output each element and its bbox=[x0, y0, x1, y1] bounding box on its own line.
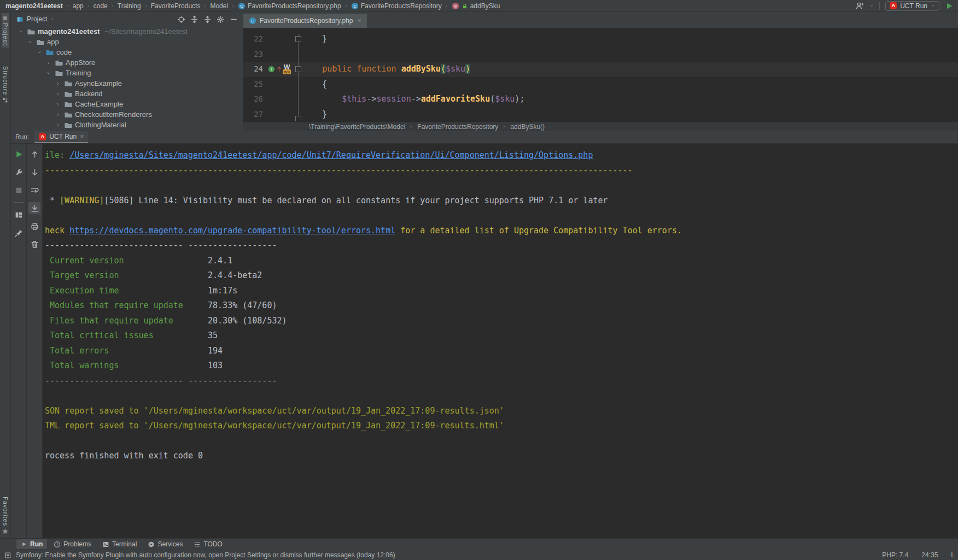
hide-icon[interactable] bbox=[227, 14, 240, 25]
breadcrumb-item[interactable]: magento241eetest bbox=[5, 2, 63, 10]
breadcrumb-item[interactable]: CFavoriteProductsRepository.php bbox=[238, 2, 341, 10]
toolwindow-tab-services[interactable]: Services bbox=[143, 539, 187, 549]
breadcrumb-item[interactable]: CFavoriteProductsRepository bbox=[351, 2, 442, 10]
editor-tab-favoriteproductsrepository[interactable]: C FavoriteProductsRepository.php × bbox=[243, 14, 367, 28]
toolwindow-tab-todo[interactable]: TODO bbox=[189, 539, 226, 549]
editor-breadcrumb-item[interactable]: FavoriteProductsRepository bbox=[417, 123, 498, 131]
editor-breadcrumb-item[interactable]: addBySku() bbox=[510, 123, 545, 131]
toolwindow-tab-problems[interactable]: Problems bbox=[49, 539, 96, 549]
run-configuration-selector[interactable]: A UCT Run bbox=[885, 1, 939, 11]
breadcrumb-item[interactable]: Model bbox=[210, 2, 228, 10]
stop-icon[interactable] bbox=[13, 184, 25, 196]
chevron-right-icon[interactable] bbox=[54, 91, 62, 97]
event-log-icon[interactable] bbox=[4, 552, 11, 559]
console-text: ---------------------------- -----------… bbox=[45, 240, 277, 250]
console-line: rocess finished with exit code 0 bbox=[45, 449, 958, 464]
code-line-27[interactable]: 27 } bbox=[243, 107, 958, 122]
user-account-icon[interactable] bbox=[855, 2, 864, 10]
console-line bbox=[45, 434, 958, 449]
pin-icon[interactable] bbox=[13, 227, 25, 239]
code-line-25[interactable]: 25 { bbox=[243, 77, 958, 92]
chevron-right-icon[interactable] bbox=[54, 122, 62, 128]
toolbar-separator bbox=[14, 202, 24, 203]
console-line: Total critical issues 35 bbox=[45, 328, 958, 344]
rerun-icon[interactable] bbox=[13, 148, 25, 160]
breadcrumb-item[interactable]: app bbox=[73, 2, 84, 10]
tree-item-backend[interactable]: Backend bbox=[11, 89, 243, 99]
run-console-output[interactable]: ile: /Users/mginesta/Sites/magento241eet… bbox=[43, 144, 958, 538]
tree-item-clothingmaterial[interactable]: ClothingMaterial bbox=[11, 120, 243, 130]
navigate-up-icon[interactable] bbox=[276, 66, 283, 73]
console-line: * [WARNING][5086] Line 14: Visibility mu… bbox=[45, 193, 958, 209]
toolwindow-tab-run[interactable]: Run bbox=[16, 539, 47, 549]
line-number: 24 bbox=[243, 62, 268, 77]
tree-item-magento241eetest[interactable]: magento241eetest~/Sites/magento241eetest bbox=[11, 26, 243, 37]
stripe-project-button[interactable]: Project bbox=[2, 13, 9, 48]
tree-item-code[interactable]: code bbox=[11, 47, 243, 57]
stripe-favorites-button[interactable]: Favorites bbox=[1, 494, 9, 537]
close-tab-icon[interactable]: × bbox=[80, 133, 84, 140]
console-line: TML report saved to '/Users/mginesta/wor… bbox=[45, 418, 958, 434]
chevron-down-icon[interactable] bbox=[16, 29, 25, 34]
soft-wrap-icon[interactable] bbox=[28, 184, 40, 196]
folder-icon bbox=[64, 90, 73, 98]
stripe-structure-button[interactable]: Structure bbox=[2, 64, 9, 105]
code-line-24[interactable]: 24 iWapi public function addBySku($sku) bbox=[243, 62, 958, 77]
problems-icon bbox=[54, 541, 61, 548]
tree-item-app[interactable]: app bbox=[11, 37, 243, 47]
tree-item-training[interactable]: Training bbox=[11, 68, 243, 78]
line-separator-indicator[interactable]: L bbox=[951, 551, 955, 559]
code-editor[interactable]: 22 } 23 24 iWapi public function addBySk… bbox=[243, 28, 958, 121]
svg-text:C: C bbox=[353, 4, 357, 9]
settings-icon[interactable] bbox=[214, 14, 226, 25]
console-link[interactable]: https://devdocs.magento.com/upgrade-comp… bbox=[69, 226, 395, 235]
close-tab-icon[interactable]: × bbox=[358, 17, 361, 25]
folder-icon bbox=[55, 69, 63, 78]
clear-all-icon[interactable] bbox=[28, 238, 40, 250]
tree-item-asyncexample[interactable]: AsyncExample bbox=[11, 78, 243, 89]
project-panel-title[interactable]: Project bbox=[27, 15, 47, 23]
collapse-all-icon[interactable] bbox=[201, 14, 213, 25]
breadcrumb-item[interactable]: Training bbox=[118, 2, 141, 10]
chevron-right-icon[interactable] bbox=[54, 112, 62, 117]
run-tab-uct-run[interactable]: A UCT Run × bbox=[34, 131, 88, 143]
caret-position-indicator[interactable]: 24:35 bbox=[921, 551, 938, 559]
expand-all-icon[interactable] bbox=[188, 14, 200, 25]
code-line-22[interactable]: 22 } bbox=[243, 32, 958, 47]
scroll-to-end-icon[interactable] bbox=[28, 202, 40, 214]
status-message[interactable]: Symfony: Enable the Symfony Plugin with … bbox=[16, 551, 395, 559]
run-button[interactable] bbox=[945, 2, 954, 10]
chevron-down-icon[interactable] bbox=[26, 39, 34, 45]
fold-marker-collapse-icon[interactable]: − bbox=[295, 66, 301, 72]
breadcrumb-item[interactable]: FavoriteProducts bbox=[151, 2, 201, 10]
uct-run-config-icon: A bbox=[890, 2, 897, 9]
chevron-down-icon[interactable] bbox=[35, 50, 43, 55]
tree-item-checkoutitemrenderers[interactable]: CheckoutItemRenderers bbox=[11, 109, 243, 120]
code-line-26[interactable]: 26 $this->session->addFavoriteSku($sku); bbox=[243, 92, 958, 107]
chevron-down-icon[interactable] bbox=[44, 70, 52, 76]
tree-item-cacheexample[interactable]: CacheExample bbox=[11, 99, 243, 109]
console-line: ---------------------------- -----------… bbox=[45, 238, 958, 254]
editor-breadcrumb-item[interactable]: \Training\FavoriteProducts\Model bbox=[309, 123, 405, 131]
console-link[interactable]: /Users/mginesta/Sites/magento241eetest/a… bbox=[69, 150, 593, 160]
breadcrumb-separator-icon bbox=[202, 3, 208, 9]
toolwindow-tab-terminal[interactable]: Terminal bbox=[98, 539, 141, 549]
locate-icon[interactable] bbox=[175, 14, 187, 25]
chevron-right-icon[interactable] bbox=[54, 81, 62, 86]
fold-marker-icon[interactable] bbox=[295, 36, 301, 42]
print-icon[interactable] bbox=[28, 220, 40, 232]
fold-marker-icon[interactable] bbox=[295, 116, 301, 121]
php-version-indicator[interactable]: PHP: 7.4 bbox=[882, 551, 908, 559]
breadcrumb-item[interactable]: code bbox=[94, 2, 108, 10]
tree-item-appstore[interactable]: AppStore bbox=[11, 57, 243, 68]
code-line-23[interactable]: 23 bbox=[243, 47, 958, 62]
chevron-right-icon[interactable] bbox=[54, 102, 62, 107]
build-settings-icon[interactable] bbox=[13, 166, 25, 178]
override-marker-icon[interactable]: i bbox=[268, 66, 274, 72]
up-stack-icon[interactable] bbox=[28, 148, 40, 160]
restore-layout-icon[interactable] bbox=[13, 209, 25, 221]
breadcrumb-item[interactable]: maddBySku bbox=[452, 2, 500, 10]
chevron-right-icon[interactable] bbox=[44, 60, 52, 66]
down-stack-icon[interactable] bbox=[28, 166, 40, 178]
svg-text:m: m bbox=[453, 4, 457, 9]
